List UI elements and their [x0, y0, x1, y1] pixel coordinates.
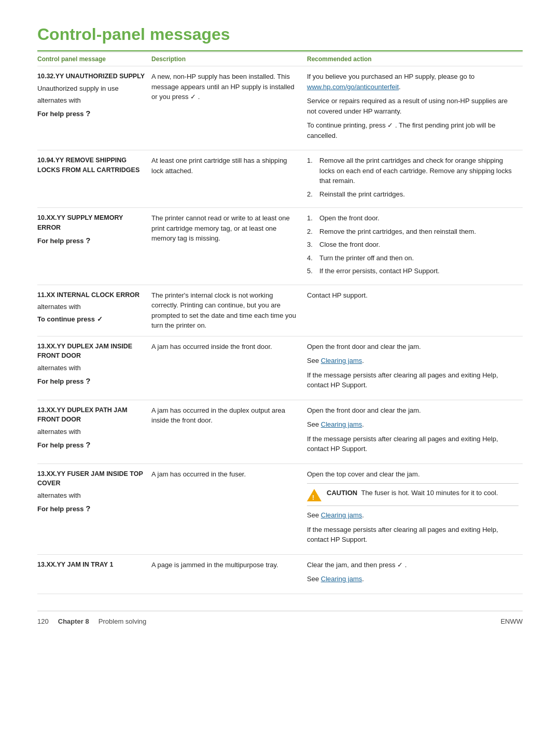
- clearing-jams-link[interactable]: Clearing jams: [321, 357, 362, 364]
- msg-help: For help press ?: [37, 235, 145, 247]
- msg-help: For help press ?: [37, 503, 145, 515]
- msg-primary: 10.94.YY REMOVE SHIPPING LOCKS FROM ALL …: [37, 156, 145, 175]
- msg-help: For help press ?: [37, 375, 145, 387]
- action-cell: Clear the jam, and then press ✓ .See Cle…: [307, 554, 523, 594]
- action-item: 1.Open the front door.: [307, 213, 519, 223]
- action-para: Clear the jam, and then press ✓ .: [307, 560, 519, 570]
- action-para: If the message persists after clearing a…: [307, 370, 519, 390]
- action-item: 5.If the error persists, contact HP Supp…: [307, 266, 519, 276]
- description-text: A new, non-HP supply has been installed.…: [151, 73, 295, 101]
- action-list: 1.Remove all the print cartridges and ch…: [307, 156, 519, 199]
- action-cell: 1.Remove all the print cartridges and ch…: [307, 150, 523, 208]
- description-cell: A jam has occurred inside the front door…: [151, 336, 307, 400]
- msg-alt: alternates with: [37, 427, 145, 437]
- message-cell: 13.XX.YY FUSER JAM INSIDE TOP COVERalter…: [37, 463, 151, 554]
- msg-primary: 13.XX.YY FUSER JAM INSIDE TOP COVER: [37, 469, 145, 489]
- action-para: If the message persists after clearing a…: [307, 434, 519, 454]
- msg-help: For help press ?: [37, 439, 145, 451]
- msg-alt: alternates with: [37, 302, 145, 312]
- table-row: 10.32.YY UNAUTHORIZED SUPPLYUnauthorized…: [37, 66, 523, 150]
- action-num: 2.: [307, 227, 316, 237]
- table-row: 13.XX.YY DUPLEX JAM INSIDE FRONT DOORalt…: [37, 336, 523, 400]
- msg-primary: 10.32.YY UNAUTHORIZED SUPPLY: [37, 72, 145, 81]
- action-text: Reinstall the print cartridges.: [319, 189, 405, 200]
- message-cell: 10.94.YY REMOVE SHIPPING LOCKS FROM ALL …: [37, 150, 151, 208]
- description-text: A jam has occurred in the duplex output …: [151, 406, 285, 425]
- action-text: Open the front door.: [319, 213, 380, 223]
- description-cell: A page is jammed in the multipurpose tra…: [151, 554, 307, 594]
- description-cell: At least one print cartridge still has a…: [151, 150, 307, 208]
- action-text: Close the front door.: [319, 240, 380, 250]
- description-cell: The printer's internal clock is not work…: [151, 285, 307, 336]
- action-para: See Clearing jams.: [307, 510, 519, 521]
- description-text: At least one print cartridge still has a…: [151, 157, 287, 175]
- clearing-jams-link[interactable]: Clearing jams: [321, 511, 362, 519]
- col-header-message: Control panel message: [37, 52, 151, 66]
- msg-primary: 10.XX.YY SUPPLY MEMORY ERROR: [37, 213, 145, 233]
- table-row: 13.XX.YY DUPLEX PATH JAM FRONT DOORalter…: [37, 400, 523, 463]
- action-cell: If you believe you purchased an HP suppl…: [307, 66, 523, 150]
- clearing-jams-link[interactable]: Clearing jams: [321, 420, 362, 428]
- table-row: 10.XX.YY SUPPLY MEMORY ERRORFor help pre…: [37, 208, 523, 285]
- message-cell: 10.XX.YY SUPPLY MEMORY ERRORFor help pre…: [37, 208, 151, 285]
- msg-help: For help press ?: [37, 108, 145, 120]
- action-num: 3.: [307, 240, 316, 250]
- action-para: If you believe you purchased an HP suppl…: [307, 72, 519, 92]
- page-title: Control-panel messages: [37, 25, 523, 44]
- caution-label: CAUTION: [327, 489, 361, 497]
- action-item: 1.Remove all the print cartridges and ch…: [307, 156, 519, 186]
- footer-enww: ENWW: [500, 617, 523, 625]
- action-cell: 1.Open the front door.2.Remove the print…: [307, 208, 523, 285]
- msg-primary: 13.XX.YY DUPLEX JAM INSIDE FRONT DOOR: [37, 342, 145, 361]
- caution-box: CAUTION The fuser is hot. Wait 10 minute…: [307, 483, 519, 506]
- description-text: A jam has occurred in the fuser.: [151, 470, 246, 478]
- action-para: Open the front door and clear the jam.: [307, 405, 519, 416]
- action-text: Turn the printer off and then on.: [319, 253, 414, 263]
- action-cell: Open the top cover and clear the jam. CA…: [307, 463, 523, 554]
- action-text: If the error persists, contact HP Suppor…: [319, 266, 440, 276]
- msg-primary: 13.XX.YY JAM IN TRAY 1: [37, 560, 145, 570]
- col-header-action: Recommended action: [307, 52, 523, 66]
- action-para: See Clearing jams.: [307, 356, 519, 366]
- description-text: The printer's internal clock is not work…: [151, 291, 296, 330]
- action-para: Open the top cover and clear the jam.: [307, 469, 519, 480]
- msg-help: To continue press ✓: [37, 314, 145, 325]
- description-cell: A jam has occurred in the fuser.: [151, 463, 307, 554]
- msg-secondary: Unauthorized supply in use: [37, 83, 145, 94]
- msg-alt: alternates with: [37, 363, 145, 373]
- action-para: Open the front door and clear the jam.: [307, 342, 519, 352]
- message-cell: 13.XX.YY DUPLEX JAM INSIDE FRONT DOORalt…: [37, 336, 151, 400]
- message-cell: 13.XX.YY JAM IN TRAY 1: [37, 554, 151, 594]
- action-item: 2.Remove the print cartridges, and then …: [307, 227, 519, 237]
- control-panel-table: Control panel message Description Recomm…: [37, 51, 523, 594]
- url-link[interactable]: www.hp.com/go/anticounterfeit: [307, 83, 399, 91]
- action-num: 4.: [307, 253, 316, 263]
- description-text: A page is jammed in the multipurpose tra…: [151, 561, 278, 569]
- msg-primary: 11.XX INTERNAL CLOCK ERROR: [37, 290, 145, 300]
- description-cell: A jam has occurred in the duplex output …: [151, 400, 307, 463]
- action-num: 1.: [307, 213, 316, 223]
- description-text: The printer cannot read or write to at l…: [151, 214, 290, 242]
- page-number: 120: [37, 617, 49, 625]
- action-item: 3.Close the front door.: [307, 240, 519, 250]
- message-cell: 10.32.YY UNAUTHORIZED SUPPLYUnauthorized…: [37, 66, 151, 150]
- table-row: 10.94.YY REMOVE SHIPPING LOCKS FROM ALL …: [37, 150, 523, 208]
- action-para: Contact HP support.: [307, 290, 519, 301]
- footer-section: Problem solving: [99, 617, 147, 625]
- action-para: See Clearing jams.: [307, 419, 519, 430]
- action-cell: Open the front door and clear the jam.Se…: [307, 400, 523, 463]
- action-para: Service or repairs required as a result …: [307, 96, 519, 116]
- action-num: 2.: [307, 189, 316, 200]
- page-footer: 120 Chapter 8 Problem solving ENWW: [37, 611, 523, 625]
- caution-text: The fuser is hot. Wait 10 minutes for it…: [361, 489, 498, 497]
- clearing-jams-link[interactable]: Clearing jams: [321, 575, 362, 583]
- action-num: 5.: [307, 266, 316, 276]
- description-text: A jam has occurred inside the front door…: [151, 343, 272, 350]
- description-cell: The printer cannot read or write to at l…: [151, 208, 307, 285]
- msg-alt: alternates with: [37, 95, 145, 106]
- action-para: See Clearing jams.: [307, 574, 519, 584]
- action-cell: Contact HP support.: [307, 285, 523, 336]
- message-cell: 11.XX INTERNAL CLOCK ERRORalternates wit…: [37, 285, 151, 336]
- table-row: 13.XX.YY JAM IN TRAY 1A page is jammed i…: [37, 554, 523, 594]
- action-num: 1.: [307, 156, 316, 186]
